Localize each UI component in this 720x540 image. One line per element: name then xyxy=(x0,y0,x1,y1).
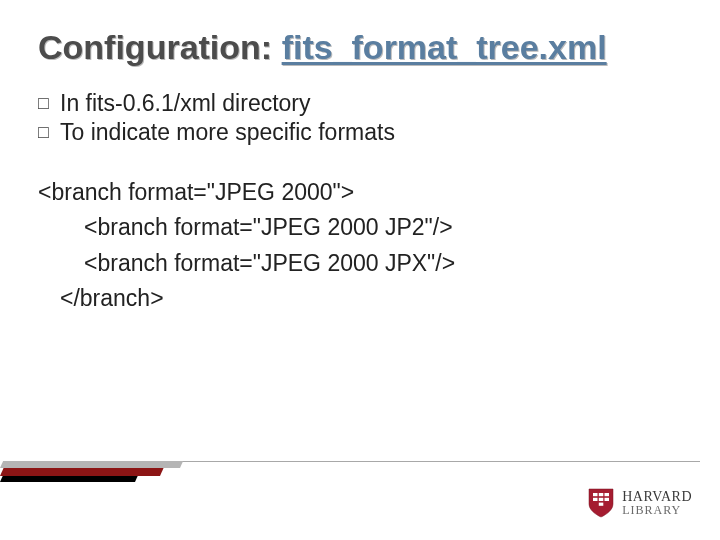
title-link[interactable]: fits_format_tree.xml xyxy=(282,28,607,66)
svg-rect-4 xyxy=(599,498,604,501)
svg-rect-1 xyxy=(599,493,604,496)
logo-line1: HARVARD xyxy=(622,490,692,504)
slide: Configuration: fits_format_tree.xml □ In… xyxy=(0,0,720,540)
svg-rect-6 xyxy=(599,503,604,506)
bullet-rest: fits-0.6.1/xml directory xyxy=(79,90,310,116)
bullet-marker-icon: □ xyxy=(38,118,56,146)
bullet-rest: indicate more specific formats xyxy=(84,119,395,145)
bullet-marker-icon: □ xyxy=(38,89,56,117)
svg-rect-2 xyxy=(605,493,610,496)
svg-rect-3 xyxy=(593,498,598,501)
code-line: </branch> xyxy=(38,281,682,317)
logo-text: HARVARD LIBRARY xyxy=(622,490,692,516)
title-prefix: Configuration: xyxy=(38,28,282,66)
code-line: <branch format="JPEG 2000 JP2"/> xyxy=(38,210,682,246)
slide-title: Configuration: fits_format_tree.xml xyxy=(38,28,682,67)
bullet-lead: In xyxy=(60,90,79,116)
bullet-item: □ In fits-0.6.1/xml directory xyxy=(38,89,682,118)
bullet-text: In fits-0.6.1/xml directory xyxy=(60,89,311,118)
code-block: <branch format="JPEG 2000"> <branch form… xyxy=(38,175,682,318)
corner-stripes-icon xyxy=(0,458,200,482)
svg-rect-5 xyxy=(605,498,610,501)
bullet-item: □ To indicate more specific formats xyxy=(38,118,682,147)
svg-rect-0 xyxy=(593,493,598,496)
shield-icon xyxy=(588,488,614,518)
bullet-lead: To xyxy=(60,119,84,145)
harvard-library-logo: HARVARD LIBRARY xyxy=(588,488,692,518)
logo-line2: LIBRARY xyxy=(622,504,692,516)
code-line: <branch format="JPEG 2000 JPX"/> xyxy=(38,246,682,282)
bullet-text: To indicate more specific formats xyxy=(60,118,395,147)
bullet-list: □ In fits-0.6.1/xml directory □ To indic… xyxy=(38,89,682,147)
code-line: <branch format="JPEG 2000"> xyxy=(38,179,354,205)
